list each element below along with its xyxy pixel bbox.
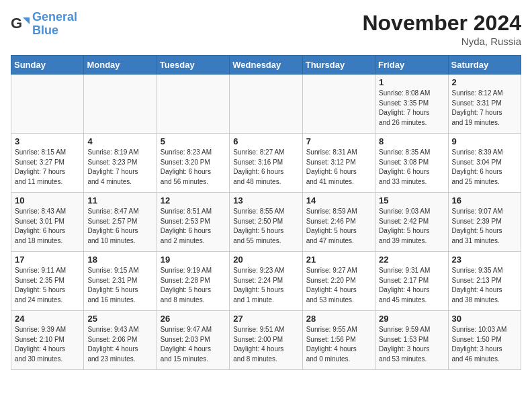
day-number: 17 bbox=[15, 255, 80, 265]
logo-line1: General bbox=[32, 10, 77, 24]
calendar-cell: 8Sunrise: 8:35 AM Sunset: 3:08 PM Daylig… bbox=[375, 134, 448, 193]
calendar-cell: 20Sunrise: 9:23 AM Sunset: 2:24 PM Dayli… bbox=[230, 252, 302, 311]
day-number: 29 bbox=[379, 314, 444, 324]
calendar-cell: 7Sunrise: 8:31 AM Sunset: 3:12 PM Daylig… bbox=[302, 134, 375, 193]
day-info: Sunrise: 9:23 AM Sunset: 2:24 PM Dayligh… bbox=[233, 266, 298, 305]
calendar-cell: 14Sunrise: 8:59 AM Sunset: 2:46 PM Dayli… bbox=[302, 193, 375, 252]
calendar-cell: 3Sunrise: 8:15 AM Sunset: 3:27 PM Daylig… bbox=[11, 134, 84, 193]
calendar-cell: 18Sunrise: 9:15 AM Sunset: 2:31 PM Dayli… bbox=[84, 252, 157, 311]
day-info: Sunrise: 9:51 AM Sunset: 2:00 PM Dayligh… bbox=[233, 325, 298, 364]
calendar-cell: 22Sunrise: 9:31 AM Sunset: 2:17 PM Dayli… bbox=[375, 252, 448, 311]
calendar-cell: 11Sunrise: 8:47 AM Sunset: 2:57 PM Dayli… bbox=[84, 193, 157, 252]
day-info: Sunrise: 9:39 AM Sunset: 2:10 PM Dayligh… bbox=[15, 325, 80, 364]
day-number: 19 bbox=[161, 255, 226, 265]
calendar-cell: 1Sunrise: 8:08 AM Sunset: 3:35 PM Daylig… bbox=[375, 75, 448, 134]
calendar-cell bbox=[230, 75, 302, 134]
header-cell-monday: Monday bbox=[84, 56, 157, 75]
day-info: Sunrise: 9:11 AM Sunset: 2:35 PM Dayligh… bbox=[15, 266, 80, 305]
day-number: 16 bbox=[452, 195, 517, 205]
day-number: 25 bbox=[87, 314, 152, 324]
week-row: 1Sunrise: 8:08 AM Sunset: 3:35 PM Daylig… bbox=[11, 75, 521, 134]
location: Nyda, Russia bbox=[362, 36, 521, 47]
calendar-cell: 2Sunrise: 8:12 AM Sunset: 3:31 PM Daylig… bbox=[448, 75, 521, 134]
calendar-cell: 28Sunrise: 9:55 AM Sunset: 1:56 PM Dayli… bbox=[302, 311, 375, 370]
day-info: Sunrise: 9:59 AM Sunset: 1:53 PM Dayligh… bbox=[379, 325, 444, 364]
calendar-cell: 15Sunrise: 9:03 AM Sunset: 2:42 PM Dayli… bbox=[375, 193, 448, 252]
day-number: 12 bbox=[161, 195, 226, 205]
day-number: 26 bbox=[161, 314, 226, 324]
calendar-cell: 23Sunrise: 9:35 AM Sunset: 2:13 PM Dayli… bbox=[448, 252, 521, 311]
day-number: 8 bbox=[379, 136, 444, 146]
logo-text: General Blue bbox=[32, 11, 77, 38]
day-number: 28 bbox=[306, 314, 371, 324]
logo-icon: G bbox=[11, 15, 30, 34]
calendar-cell: 29Sunrise: 9:59 AM Sunset: 1:53 PM Dayli… bbox=[375, 311, 448, 370]
day-number: 1 bbox=[379, 77, 444, 87]
day-info: Sunrise: 9:35 AM Sunset: 2:13 PM Dayligh… bbox=[452, 266, 517, 305]
day-number: 4 bbox=[87, 136, 152, 146]
calendar-cell: 12Sunrise: 8:51 AM Sunset: 2:53 PM Dayli… bbox=[157, 193, 229, 252]
day-info: Sunrise: 8:39 AM Sunset: 3:04 PM Dayligh… bbox=[452, 148, 517, 187]
header-cell-wednesday: Wednesday bbox=[230, 56, 302, 75]
calendar-cell: 24Sunrise: 9:39 AM Sunset: 2:10 PM Dayli… bbox=[11, 311, 84, 370]
svg-text:G: G bbox=[11, 15, 22, 32]
week-row: 17Sunrise: 9:11 AM Sunset: 2:35 PM Dayli… bbox=[11, 252, 521, 311]
calendar-cell bbox=[302, 75, 375, 134]
day-info: Sunrise: 9:03 AM Sunset: 2:42 PM Dayligh… bbox=[379, 207, 444, 246]
day-info: Sunrise: 9:43 AM Sunset: 2:06 PM Dayligh… bbox=[87, 325, 152, 364]
day-info: Sunrise: 8:47 AM Sunset: 2:57 PM Dayligh… bbox=[87, 207, 152, 246]
day-info: Sunrise: 8:35 AM Sunset: 3:08 PM Dayligh… bbox=[379, 148, 444, 187]
day-info: Sunrise: 9:55 AM Sunset: 1:56 PM Dayligh… bbox=[306, 325, 371, 364]
day-number: 7 bbox=[306, 136, 371, 146]
day-info: Sunrise: 9:19 AM Sunset: 2:28 PM Dayligh… bbox=[161, 266, 226, 305]
title-block: November 2024 Nyda, Russia bbox=[362, 11, 521, 47]
day-number: 23 bbox=[452, 255, 517, 265]
calendar-cell: 6Sunrise: 8:27 AM Sunset: 3:16 PM Daylig… bbox=[230, 134, 302, 193]
day-info: Sunrise: 8:59 AM Sunset: 2:46 PM Dayligh… bbox=[306, 207, 371, 246]
month-title: November 2024 bbox=[362, 11, 521, 36]
week-row: 10Sunrise: 8:43 AM Sunset: 3:01 PM Dayli… bbox=[11, 193, 521, 252]
day-number: 2 bbox=[452, 77, 517, 87]
calendar-cell bbox=[157, 75, 229, 134]
header-cell-thursday: Thursday bbox=[302, 56, 375, 75]
week-row: 3Sunrise: 8:15 AM Sunset: 3:27 PM Daylig… bbox=[11, 134, 521, 193]
calendar-cell bbox=[11, 75, 84, 134]
day-info: Sunrise: 8:43 AM Sunset: 3:01 PM Dayligh… bbox=[15, 207, 80, 246]
calendar-cell: 21Sunrise: 9:27 AM Sunset: 2:20 PM Dayli… bbox=[302, 252, 375, 311]
day-info: Sunrise: 8:51 AM Sunset: 2:53 PM Dayligh… bbox=[161, 207, 226, 246]
day-info: Sunrise: 9:27 AM Sunset: 2:20 PM Dayligh… bbox=[306, 266, 371, 305]
day-number: 14 bbox=[306, 195, 371, 205]
page-header: G General Blue November 2024 Nyda, Russi… bbox=[11, 11, 521, 47]
day-number: 22 bbox=[379, 255, 444, 265]
day-info: Sunrise: 9:07 AM Sunset: 2:39 PM Dayligh… bbox=[452, 207, 517, 246]
day-info: Sunrise: 8:27 AM Sunset: 3:16 PM Dayligh… bbox=[233, 148, 298, 187]
calendar-cell: 17Sunrise: 9:11 AM Sunset: 2:35 PM Dayli… bbox=[11, 252, 84, 311]
header-cell-friday: Friday bbox=[375, 56, 448, 75]
calendar-cell: 13Sunrise: 8:55 AM Sunset: 2:50 PM Dayli… bbox=[230, 193, 302, 252]
day-info: Sunrise: 8:31 AM Sunset: 3:12 PM Dayligh… bbox=[306, 148, 371, 187]
day-number: 11 bbox=[87, 195, 152, 205]
day-info: Sunrise: 9:15 AM Sunset: 2:31 PM Dayligh… bbox=[87, 266, 152, 305]
day-info: Sunrise: 8:23 AM Sunset: 3:20 PM Dayligh… bbox=[161, 148, 226, 187]
header-cell-saturday: Saturday bbox=[448, 56, 521, 75]
calendar-cell: 4Sunrise: 8:19 AM Sunset: 3:23 PM Daylig… bbox=[84, 134, 157, 193]
day-number: 27 bbox=[233, 314, 298, 324]
day-number: 30 bbox=[452, 314, 517, 324]
header-cell-tuesday: Tuesday bbox=[157, 56, 229, 75]
header-row: SundayMondayTuesdayWednesdayThursdayFrid… bbox=[11, 56, 521, 75]
calendar-cell: 9Sunrise: 8:39 AM Sunset: 3:04 PM Daylig… bbox=[448, 134, 521, 193]
day-info: Sunrise: 9:47 AM Sunset: 2:03 PM Dayligh… bbox=[161, 325, 226, 364]
day-number: 10 bbox=[15, 195, 80, 205]
calendar-table: SundayMondayTuesdayWednesdayThursdayFrid… bbox=[11, 55, 521, 370]
day-number: 21 bbox=[306, 255, 371, 265]
day-info: Sunrise: 9:31 AM Sunset: 2:17 PM Dayligh… bbox=[379, 266, 444, 305]
calendar-cell: 16Sunrise: 9:07 AM Sunset: 2:39 PM Dayli… bbox=[448, 193, 521, 252]
calendar-cell: 5Sunrise: 8:23 AM Sunset: 3:20 PM Daylig… bbox=[157, 134, 229, 193]
day-number: 5 bbox=[161, 136, 226, 146]
svg-marker-1 bbox=[23, 17, 30, 24]
day-info: Sunrise: 8:08 AM Sunset: 3:35 PM Dayligh… bbox=[379, 89, 444, 128]
day-info: Sunrise: 8:12 AM Sunset: 3:31 PM Dayligh… bbox=[452, 89, 517, 128]
day-number: 9 bbox=[452, 136, 517, 146]
calendar-cell: 19Sunrise: 9:19 AM Sunset: 2:28 PM Dayli… bbox=[157, 252, 229, 311]
logo: G General Blue bbox=[11, 11, 77, 38]
